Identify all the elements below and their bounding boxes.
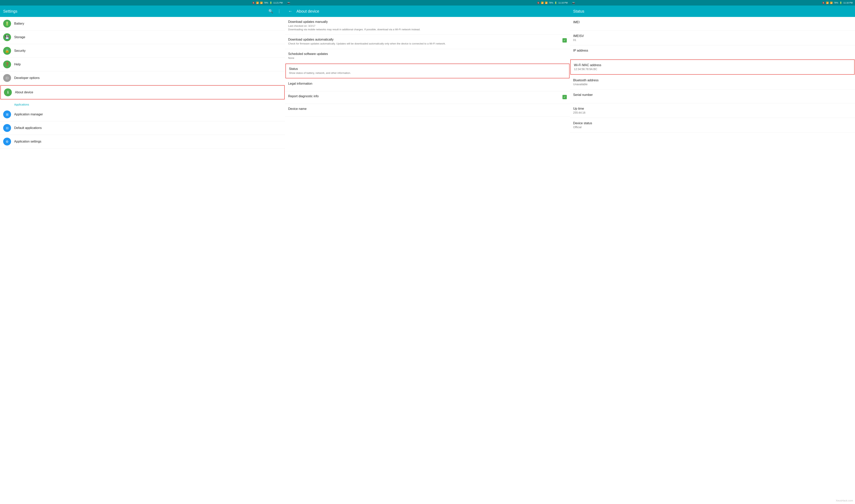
mute-icon: 🔇	[252, 2, 255, 4]
screenshot-icon3: 📷	[572, 2, 575, 4]
signal-icon2: 📶	[545, 2, 548, 4]
imei-item[interactable]: IMEI	[570, 17, 855, 31]
battery-text3: 78%	[834, 2, 838, 4]
storage-label: Storage	[14, 35, 282, 39]
developer-label: Developer options	[14, 76, 282, 80]
applications-section-header: Applications	[0, 100, 285, 108]
back-button[interactable]: ←	[288, 9, 293, 14]
security-label: Security	[14, 49, 282, 53]
time2: 11:16 PM	[558, 2, 568, 4]
help-label: Help	[14, 62, 282, 66]
device-name-item[interactable]: Device name	[285, 104, 570, 116]
status-bar-panel3: 📷 🔇 📶 📶 78% 🔋 11:16 PM	[570, 0, 855, 5]
mute-icon2: 🔇	[537, 2, 540, 4]
settings-app-bar: Settings 🔍 ⋮	[0, 5, 285, 17]
time: 11:21 PM	[274, 2, 283, 4]
wifi-mac-value: 12:34:56:78:9A:BC	[574, 68, 851, 71]
imeisv-item[interactable]: IMEISV 01	[570, 31, 855, 45]
wifi-mac-title: Wi-Fi MAC address	[574, 64, 851, 67]
status-bar-panel1: 🔇 📶 📶 78% 🔋 11:21 PM	[0, 0, 285, 5]
security-icon-circle: 🔒	[3, 47, 11, 55]
time3: 11:16 PM	[843, 2, 853, 4]
about-title: About device	[296, 9, 567, 14]
bluetooth-title: Bluetooth address	[573, 78, 852, 82]
battery-text2: 78%	[549, 2, 553, 4]
battery-icon: 🔋	[269, 2, 272, 4]
download-auto-title: Download updates automatically	[288, 38, 446, 41]
download-manual-title: Download updates manually	[288, 20, 567, 24]
battery-label: Battery	[14, 22, 282, 25]
about-label: About device	[15, 91, 281, 94]
mute-icon3: 🔇	[822, 2, 825, 4]
settings-item-about[interactable]: ℹ About device	[0, 85, 285, 100]
app-settings-icon-circle: ⚙	[3, 138, 11, 145]
download-auto-checkbox[interactable]: ✓	[562, 38, 567, 42]
scheduled-updates-item[interactable]: Scheduled software updates None	[285, 49, 570, 63]
status-panel-title: Status	[573, 9, 852, 14]
battery-icon2: 🔋	[554, 2, 557, 4]
battery-text: 78%	[264, 2, 268, 4]
battery-icon-circle: 🔋	[3, 20, 11, 28]
wifi-icon3: 📶	[826, 2, 829, 4]
about-content: Download updates manually Last checked o…	[285, 17, 570, 504]
settings-item-battery[interactable]: 🔋 Battery	[0, 17, 285, 31]
settings-item-security[interactable]: 🔒 Security	[0, 44, 285, 58]
device-status-value: Official	[573, 126, 852, 129]
status-item[interactable]: Status Show status of battery, network, …	[285, 64, 570, 78]
uptime-title: Up time	[573, 107, 852, 110]
device-name-title: Device name	[288, 107, 567, 111]
scheduled-updates-title: Scheduled software updates	[288, 52, 567, 56]
status-subtitle: Show status of battery, network, and oth…	[289, 71, 566, 75]
bluetooth-value: Unavailable	[573, 83, 852, 86]
app-manager-label: Application manager	[14, 113, 282, 116]
status-title: Status	[289, 67, 566, 71]
download-manual-item[interactable]: Download updates manually Last checked o…	[285, 17, 570, 35]
uptime-item[interactable]: Up time 255:44:16	[570, 103, 855, 118]
search-icon[interactable]: 🔍	[267, 8, 274, 14]
serial-item[interactable]: Serial number	[570, 90, 855, 103]
app-manager-icon-circle: ⊞	[3, 110, 11, 118]
device-status-item[interactable]: Device status Official	[570, 118, 855, 132]
battery-icon3: 🔋	[839, 2, 842, 4]
status-content: IMEI IMEISV 01 IP address Wi-Fi MAC addr…	[570, 17, 855, 504]
signal-icon: 📶	[260, 2, 263, 4]
diagnostic-item[interactable]: Report diagnostic info ✓	[285, 91, 570, 104]
download-auto-item[interactable]: Download updates automatically Check for…	[285, 35, 570, 49]
legal-item[interactable]: Legal information	[285, 79, 570, 91]
app-settings-label: Application settings	[14, 140, 282, 143]
settings-item-app-manager[interactable]: ⊞ Application manager	[0, 108, 285, 121]
settings-item-help[interactable]: ❓ Help	[0, 58, 285, 71]
default-apps-label: Default applications	[14, 126, 282, 130]
settings-title: Settings	[3, 9, 265, 14]
uptime-value: 255:44:16	[573, 111, 852, 114]
serial-title: Serial number	[573, 93, 852, 97]
about-icon-circle: ℹ	[4, 88, 12, 96]
diagnostic-checkbox[interactable]: ✓	[562, 95, 567, 99]
more-icon[interactable]: ⋮	[276, 8, 282, 14]
status-app-bar: Status	[570, 5, 855, 17]
scheduled-updates-value: None	[288, 56, 567, 60]
signal-icon3: 📶	[830, 2, 833, 4]
settings-item-app-settings[interactable]: ⚙ Application settings	[0, 135, 285, 148]
storage-icon-circle: 💾	[3, 33, 11, 41]
wifi-mac-item[interactable]: Wi-Fi MAC address 12:34:56:78:9A:BC	[570, 59, 855, 75]
ip-address-item[interactable]: IP address	[570, 45, 855, 59]
settings-item-developer[interactable]: {} Developer options	[0, 71, 285, 85]
default-apps-icon-circle: ⊟	[3, 124, 11, 132]
wifi-icon: 📶	[256, 2, 259, 4]
imeisv-title: IMEISV	[573, 34, 852, 38]
settings-item-storage[interactable]: 💾 Storage	[0, 31, 285, 44]
status-bar-panel2: 📷 🔇 📶 📶 78% 🔋 11:16 PM	[285, 0, 570, 5]
bluetooth-item[interactable]: Bluetooth address Unavailable	[570, 75, 855, 90]
legal-title: Legal information	[288, 82, 567, 86]
imeisv-value: 01	[573, 38, 852, 41]
about-app-bar: ← About device	[285, 5, 570, 17]
screenshot-icon: 📷	[287, 2, 290, 4]
settings-content: 🔋 Battery 💾 Storage 🔒 Security ❓ Help {}	[0, 17, 285, 504]
wifi-icon2: 📶	[541, 2, 544, 4]
settings-item-default-apps[interactable]: ⊟ Default applications	[0, 121, 285, 135]
developer-icon-circle: {}	[3, 74, 11, 82]
download-auto-subtitle: Check for firmware updates automatically…	[288, 42, 446, 46]
diagnostic-title: Report diagnostic info	[288, 94, 319, 98]
ip-address-title: IP address	[573, 49, 852, 52]
